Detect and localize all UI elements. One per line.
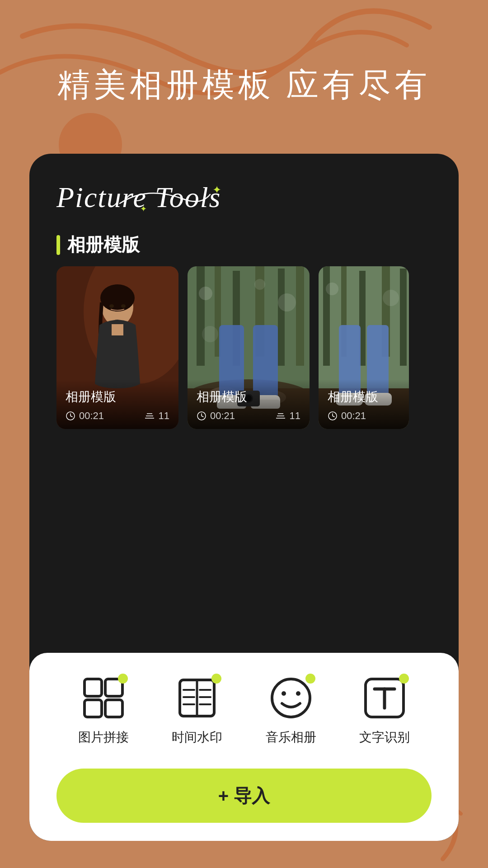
svg-point-9 [121,304,126,308]
template-name: 相册模版 [328,388,400,406]
template-card[interactable]: 相册模版 00:21 [188,266,310,429]
svg-rect-12 [197,266,205,366]
svg-point-34 [202,326,218,342]
svg-rect-7 [112,324,123,335]
template-layers: 11 [159,410,169,422]
template-card[interactable]: 相册模版 00:21 [56,266,178,429]
template-overlay: 相册模版 00:21 [188,379,310,429]
template-duration: 00:21 [79,410,104,422]
tool-collage[interactable]: 图片拼接 [78,675,129,746]
bottom-panel: 图片拼接 [29,653,459,841]
svg-point-31 [199,287,212,300]
tool-watermark[interactable]: 时间水印 [172,675,222,746]
tool-dot [399,674,409,684]
svg-point-62 [272,679,310,717]
svg-point-8 [109,304,114,308]
svg-point-63 [282,691,286,696]
svg-text:✦: ✦ [212,184,221,196]
svg-rect-17 [296,266,304,366]
tools-grid: 图片拼接 [56,675,432,746]
template-name: 相册模版 [197,388,300,406]
svg-rect-41 [400,269,407,366]
svg-point-33 [254,279,265,290]
svg-point-47 [326,283,338,295]
tool-dot [118,674,128,684]
svg-point-32 [278,293,296,311]
template-duration: 00:21 [210,410,235,422]
template-card[interactable]: 相册模版 00:21 [319,266,409,429]
section-title: 相册模版 [67,232,140,257]
section-bar [56,235,60,255]
svg-rect-50 [84,679,102,696]
svg-rect-16 [278,269,285,366]
tool-dot [211,674,221,684]
templates-scroll[interactable]: 相册模版 00:21 [29,266,459,429]
template-meta: 00:21 11 [197,410,300,422]
tool-label: 时间水印 [172,729,222,746]
svg-point-6 [100,284,135,311]
template-meta: 00:21 [328,410,400,422]
template-overlay: 相册模版 00:21 [319,379,409,429]
svg-rect-52 [84,700,102,717]
logo-area: Picture Tools ✦ ✦ [29,154,459,228]
svg-point-48 [383,290,399,306]
template-duration: 00:21 [341,410,366,422]
page-tagline: 精美相册模板 应有尽有 [0,63,488,107]
svg-point-64 [296,691,300,696]
tool-dot [305,674,315,684]
tool-music-album[interactable]: 音乐相册 [266,675,316,746]
import-button[interactable]: + 导入 [56,769,432,823]
svg-rect-53 [105,700,122,717]
template-overlay: 相册模版 00:21 [56,379,178,429]
main-card: Picture Tools ✦ ✦ 相册模版 [29,154,459,841]
tool-label: 音乐相册 [266,729,316,746]
section-header: 相册模版 [29,228,459,266]
svg-rect-37 [323,266,330,366]
template-layers: 11 [290,410,300,422]
template-name: 相册模版 [66,388,169,406]
tool-label: 图片拼接 [78,729,129,746]
tool-label: 文字识别 [359,729,410,746]
template-meta: 00:21 11 [66,410,169,422]
import-button-label: + 导入 [218,783,270,808]
tool-text-recognition[interactable]: 文字识别 [359,675,410,746]
svg-text:✦: ✦ [140,204,147,212]
